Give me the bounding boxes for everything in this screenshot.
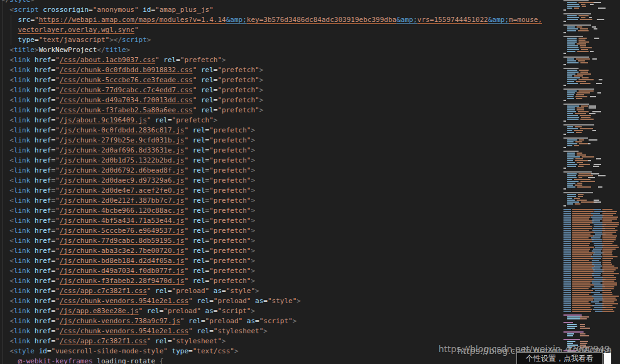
minimap-line [561, 215, 620, 216]
code-line[interactable]: <link href="/css/about.1acb9037.css" rel… [1, 55, 559, 65]
minimap-line [561, 81, 620, 82]
code-line[interactable]: <link href="/js/chunk-4bcbe966.120c88ac.… [1, 206, 559, 216]
code-line[interactable]: <link href="/css/app.c7c382f1.css" rel="… [1, 286, 559, 296]
code-line[interactable]: <link href="/js/chunk-4bf5a434.71a53e44.… [1, 216, 559, 226]
code-line[interactable]: <title>WorkNewProject</title> [1, 45, 559, 55]
minimap-line [561, 51, 620, 52]
minimap-line [561, 4, 620, 5]
minimap-line [561, 258, 620, 259]
minimap-line [561, 232, 620, 233]
code-line[interactable]: <link href="/js/chunk-d49a7034.f0db077f.… [1, 266, 559, 276]
minimap[interactable] [561, 0, 620, 364]
minimap-line [561, 134, 620, 135]
code-line[interactable]: <link href="/js/chunk-f3fabeb2.28f9470d.… [1, 276, 559, 286]
code-line[interactable]: src="https://webapi.amap.com/maps/module… [1, 15, 559, 25]
minimap-line [561, 13, 620, 14]
minimap-line [561, 139, 620, 141]
code-line[interactable]: <link href="/js/chunk-2d0af696.8d33631e.… [1, 146, 559, 156]
minimap-line [561, 72, 620, 73]
code-line[interactable]: <link href="/css/chunk-vendors.9541e2e1.… [1, 296, 559, 306]
code-line[interactable]: <link href="/js/chunk-2d0daec9.d97329a6.… [1, 176, 559, 186]
minimap-line [561, 119, 620, 120]
minimap-line [561, 120, 620, 122]
caret-block [604, 353, 611, 364]
minimap-line [561, 262, 620, 263]
minimap-line [561, 85, 620, 86]
minimap-line [561, 299, 620, 301]
code-line[interactable]: @-webkit-keyframes loading-rotate { [1, 356, 559, 364]
minimap-line [561, 277, 620, 278]
minimap-line [561, 96, 620, 97]
code-line[interactable]: <link href="/css/chunk-vendors.9541e2e1.… [1, 326, 559, 336]
code-line[interactable]: <script crossorigin="anonymous" id="amap… [1, 5, 559, 15]
minimap-line [561, 179, 620, 180]
minimap-line [561, 126, 620, 127]
minimap-line [561, 264, 620, 265]
code-line[interactable]: <link href="/js/chunk-2d0b1d75.1322b2bd.… [1, 156, 559, 166]
minimap-line [561, 297, 620, 299]
minimap-line [561, 177, 620, 178]
minimap-line [561, 115, 620, 116]
minimap-line [561, 43, 620, 45]
minimap-line [561, 243, 620, 244]
code-editor-content[interactable]: </style> <script crossorigin="anonymous"… [1, 0, 559, 364]
minimap-line [561, 218, 620, 220]
minimap-line [561, 90, 620, 92]
minimap-line [561, 203, 620, 205]
code-line[interactable]: </style> [1, 0, 559, 5]
minimap-line [561, 45, 620, 46]
code-line[interactable]: <link href="/js/chunk-2d0d6792.d6bead8f.… [1, 166, 559, 176]
minimap-line [561, 279, 620, 280]
code-line[interactable]: <link href="/css/chunk-5cccbe76.ce3feade… [1, 75, 559, 85]
minimap-line [561, 6, 620, 7]
minimap-line [561, 326, 620, 327]
minimap-line [561, 316, 620, 318]
code-line[interactable]: <link href="/js/chunk-aba3c3e2.7be00720.… [1, 246, 559, 256]
minimap-line [561, 233, 620, 235]
minimap-line [561, 94, 620, 95]
minimap-line [561, 56, 620, 58]
code-line[interactable]: <link href="/js/chunk-2d0e212f.387bb7c7.… [1, 196, 559, 206]
code-line[interactable]: <link href="/css/chunk-f3fabeb2.5a80a6ee… [1, 105, 559, 115]
code-line[interactable]: <link href="/js/chunk-0c0fdbdd.2836c817.… [1, 126, 559, 136]
minimap-line [561, 124, 620, 126]
code-line[interactable]: vectorlayer,overlay,wgl,sync" [1, 25, 559, 35]
code-line[interactable]: <link href="/js/chunk-77d9cabc.8db59195.… [1, 236, 559, 246]
minimap-line [561, 328, 620, 329]
code-line[interactable]: <link href="/js/chunk-vendors.738a9c97.j… [1, 316, 559, 326]
minimap-line [561, 222, 620, 223]
code-line[interactable]: <link href="/css/chunk-0c0fdbdd.b0918832… [1, 65, 559, 75]
minimap-line [561, 21, 620, 22]
minimap-line [561, 284, 620, 286]
minimap-line [561, 333, 620, 335]
minimap-line [561, 192, 620, 193]
minimap-line [561, 36, 620, 37]
minimap-line [561, 47, 620, 48]
minimap-line [561, 117, 620, 118]
code-line[interactable]: type="text/javascript"></script> [1, 35, 559, 45]
minimap-line [561, 196, 620, 197]
code-line[interactable]: <link href="/css/chunk-d49a7034.f20013dd… [1, 95, 559, 105]
minimap-line [561, 41, 620, 43]
minimap-line [561, 220, 620, 222]
code-line[interactable]: <link href="/css/chunk-77d9cabc.c7c4edd7… [1, 85, 559, 95]
minimap-line [561, 58, 620, 60]
minimap-line [561, 153, 620, 154]
code-line[interactable]: <link href="/js/chunk-bd8eb184.d2d4f05a.… [1, 256, 559, 266]
code-line[interactable]: <link href="/js/about.9c196409.js" rel="… [1, 115, 559, 126]
minimap-line [561, 209, 620, 210]
code-line[interactable]: <link href="/js/app.e83ee28e.js" rel="pr… [1, 306, 559, 316]
code-line[interactable]: <link href="/js/chunk-5cccbe76.e9649537.… [1, 226, 559, 236]
minimap-line [561, 160, 620, 161]
code-line[interactable]: <link href="/js/chunk-27f9b25e.9cfd031b.… [1, 136, 559, 146]
minimap-line [561, 171, 620, 173]
minimap-line [561, 211, 620, 212]
code-line[interactable]: <link href="/js/chunk-2d0de4e7.acef2fe0.… [1, 186, 559, 196]
settings-tooltip[interactable]: 个性设置，点我看看 [516, 352, 603, 364]
minimap-line [561, 198, 620, 199]
minimap-line [561, 282, 620, 284]
minimap-line [561, 303, 620, 304]
minimap-line [561, 79, 620, 80]
minimap-line [561, 226, 620, 227]
minimap-line [561, 40, 620, 41]
